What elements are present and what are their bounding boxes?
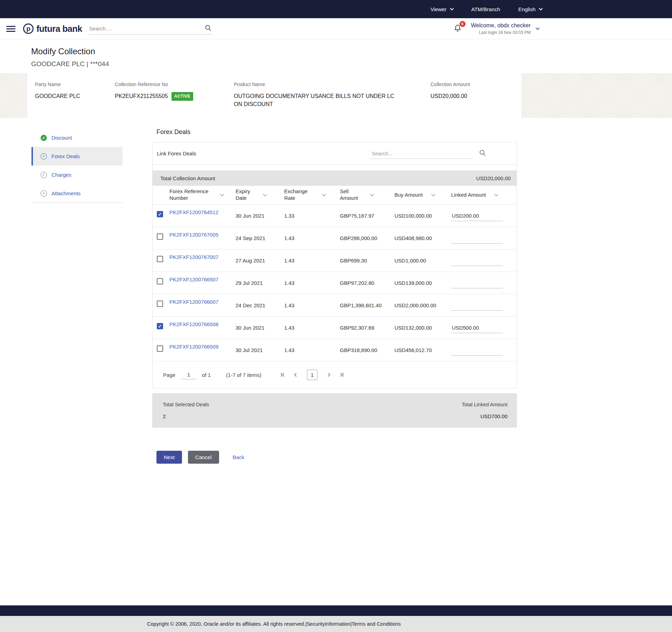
buy-amount-cell: USD456,012.70 [394,347,451,353]
sort-chevron-icon [263,192,267,196]
sort-chevron-icon [322,192,326,196]
status-badge: ACTIVE [172,92,193,101]
row-checkbox[interactable] [157,345,163,352]
linked-amount-input[interactable] [451,211,503,221]
first-page-icon[interactable] [281,373,285,377]
linked-amount-input[interactable] [451,300,503,311]
chevron-down-icon [536,26,539,30]
terms-and-conditions-link[interactable]: Terms and Conditions [352,621,401,627]
table-row: PK2FXF1200766508 30 Jun 2021 1.43 GBP92,… [153,317,517,339]
sidebar-item-forex-deals[interactable]: Forex Deals [31,147,122,166]
page-number-input[interactable] [181,370,196,379]
wizard-sidebar: Discount Forex Deals Charges Attachments [31,128,122,464]
page-of-label: of 1 [202,372,211,378]
items-count-label: (1-7 of 7 items) [226,372,261,378]
linked-amount-input[interactable] [451,233,503,244]
total-collection-value: USD20,000.00 [476,175,511,181]
column-header-exchange-rate[interactable]: Exchange Rate [284,188,340,202]
column-header-forex-reference[interactable]: Forex Reference Number [169,188,236,202]
atm-branch-label: ATM/Branch [471,6,500,12]
previous-page-icon[interactable] [295,373,298,376]
next-page-icon[interactable] [327,373,330,376]
brand-logo[interactable]: p futura bank [23,23,82,34]
language-dropdown[interactable]: English [518,6,542,12]
current-page-button[interactable]: 1 [307,370,317,380]
linked-amount-input[interactable] [451,323,503,333]
column-header-linked-amount[interactable]: Linked Amount [451,192,512,198]
table-row: PK2FXF1200766007 24 Dec 2021 1.43 GBP1,3… [153,294,517,317]
sidebar-item-label: Forex Deals [51,153,80,159]
sidebar-item-label: Attachments [51,190,80,196]
column-header-buy-amount[interactable]: Buy Amount [394,192,451,198]
step-complete-check-icon [41,135,47,141]
security-information-link[interactable]: SecurityInformation [307,621,350,627]
row-checkbox[interactable] [157,323,163,329]
table-row: PK2FXF1200764512 30 Jun 2021 1.33 GBP75,… [153,205,517,227]
chevron-down-icon [450,6,454,10]
global-search-input[interactable] [89,23,213,35]
menu-hamburger-icon[interactable] [6,24,15,33]
next-button[interactable]: Next [156,451,182,464]
deals-search [371,148,486,159]
deals-search-input[interactable] [371,148,472,159]
totals-summary-box: Total Selected Deals Total Linked Amount… [152,393,517,428]
exchange-rate-cell: 1.43 [284,325,340,331]
search-icon[interactable] [479,149,486,158]
sell-amount-cell: GBP286,000.00 [340,235,394,241]
exchange-rate-cell: 1.43 [284,258,340,264]
table-header-row: Forex Reference Number Expiry Date Excha… [153,186,517,205]
forex-reference-link[interactable]: PK2FXF1200766508 [169,321,218,327]
forex-reference-link[interactable]: PK2FXF1200766007 [169,299,218,305]
column-header-expiry-date[interactable]: Expiry Date [236,188,284,202]
linked-amount-input[interactable] [451,345,503,356]
row-checkbox[interactable] [157,256,163,262]
chevron-down-icon [539,6,542,10]
forex-reference-link[interactable]: PK2FXF1200764512 [169,209,218,215]
cancel-button[interactable]: Cancel [188,451,219,464]
exchange-rate-cell: 1.43 [284,280,340,286]
sidebar-item-charges[interactable]: Charges [31,166,122,184]
column-header-sell-amount[interactable]: Sell Amount [340,188,394,202]
sell-amount-cell: GBP1,398,601.40 [340,302,394,308]
search-icon[interactable] [204,24,212,33]
sidebar-item-attachments[interactable]: Attachments [31,184,122,203]
exchange-rate-cell: 1.43 [284,302,340,308]
exchange-rate-cell: 1.33 [284,213,340,219]
row-checkbox[interactable] [157,211,163,217]
exchange-rate-cell: 1.43 [284,347,340,353]
last-login-text: Last login 16 Nov 03:03 PM [471,30,531,35]
top-utility-bar: Viewer ATM/Branch English [0,0,672,18]
last-page-icon[interactable] [339,373,343,377]
row-checkbox[interactable] [157,233,163,240]
expiry-date-cell: 29 Jul 2021 [236,280,284,286]
forex-reference-link[interactable]: PK2FXF1200766509 [169,344,218,350]
forex-deals-panel: Link Forex Deals Total Collection Amount… [152,142,517,388]
party-name-label: Party Name [35,82,115,87]
footer: Copyright © 2006, 2020, Oracle and/or it… [0,616,672,632]
sidebar-item-discount[interactable]: Discount [31,128,122,147]
notifications-bell-icon[interactable]: 6 [453,24,462,34]
forex-reference-link[interactable]: PK2FXF1200767005 [169,232,218,238]
sort-chevron-icon [220,192,224,196]
forex-reference-link[interactable]: PK2FXF1200767007 [169,254,218,260]
sell-amount-cell: GBP97,202.80 [340,280,394,286]
row-checkbox[interactable] [157,278,163,285]
expiry-date-cell: 24 Dec 2021 [236,302,284,308]
step-check-icon [41,153,47,160]
row-checkbox[interactable] [157,301,163,307]
section-title: Forex Deals [156,128,517,136]
pagination-bar: Page of 1 (1-7 of 7 items) 1 [153,361,517,388]
user-menu[interactable]: Welcome, obdx checker Last login 16 Nov … [471,22,539,35]
total-selected-deals-label: Total Selected Deals [163,402,209,407]
expiry-date-cell: 30 Jun 2021 [236,325,284,331]
linked-amount-input[interactable] [451,255,503,266]
page-label: Page [163,372,175,378]
table-row: PK2FXF1200766509 30 Jul 2021 1.43 GBP318… [153,339,517,361]
forex-reference-link[interactable]: PK2FXF1200766507 [169,276,218,282]
buy-amount-cell: USD2,000,000.00 [394,302,451,308]
table-body: PK2FXF1200764512 30 Jun 2021 1.33 GBP75,… [153,205,517,361]
back-link[interactable]: Back [231,454,246,461]
linked-amount-input[interactable] [451,278,503,288]
viewer-dropdown[interactable]: Viewer [430,6,453,12]
atm-branch-link[interactable]: ATM/Branch [471,6,500,12]
